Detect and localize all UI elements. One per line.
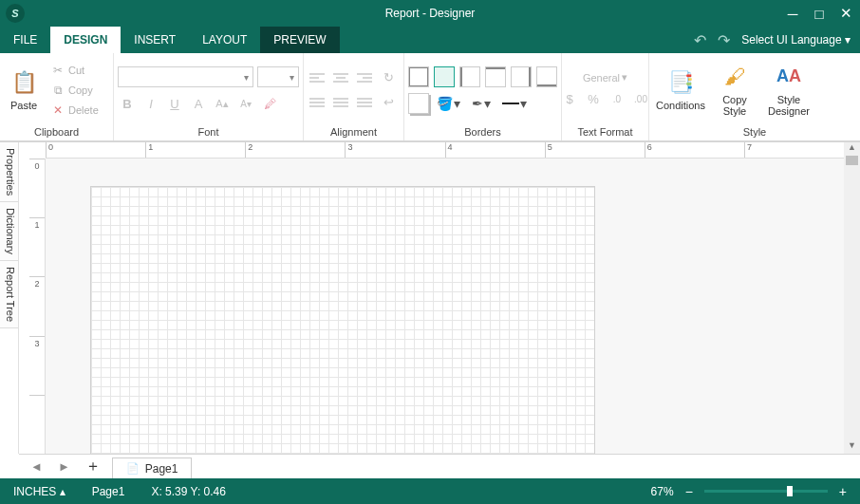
alignment-group-label: Alignment bbox=[308, 124, 400, 140]
side-tab-report-tree[interactable]: Report Tree bbox=[0, 261, 18, 328]
style-designer-button[interactable]: AA Style Designer bbox=[761, 57, 816, 123]
redo-button[interactable]: ↷ bbox=[718, 31, 730, 49]
horizontal-ruler: 01234567 bbox=[46, 142, 844, 159]
italic-button[interactable]: I bbox=[141, 94, 160, 113]
side-tab-dictionary[interactable]: Dictionary bbox=[0, 202, 18, 261]
undo-button[interactable]: ↶ bbox=[694, 31, 706, 49]
textformat-group-label: Text Format bbox=[566, 124, 645, 140]
side-tab-properties[interactable]: Properties bbox=[0, 142, 18, 202]
shrink-font-button[interactable]: A▾ bbox=[236, 94, 255, 113]
percent-button[interactable]: % bbox=[584, 89, 603, 108]
border-top-button[interactable] bbox=[485, 66, 506, 87]
conditions-icon: 📑 bbox=[666, 68, 695, 97]
status-coords: X: 5.39 Y: 0.46 bbox=[138, 485, 239, 498]
scroll-down-icon[interactable]: ▼ bbox=[844, 440, 860, 454]
conditions-button[interactable]: 📑 Conditions bbox=[653, 57, 708, 123]
clear-format-button[interactable]: 🖉 bbox=[260, 94, 279, 113]
line-icon bbox=[502, 103, 519, 104]
paste-button[interactable]: 📋 Paste bbox=[4, 57, 44, 123]
brush-icon: 🖌 bbox=[720, 63, 749, 91]
vertical-scrollbar[interactable]: ▲ ▼ bbox=[844, 142, 860, 454]
report-page[interactable] bbox=[91, 187, 594, 454]
close-button[interactable]: ✕ bbox=[837, 5, 854, 22]
tab-preview[interactable]: PREVIEW bbox=[260, 27, 339, 53]
align-bottom-button[interactable] bbox=[355, 94, 374, 110]
font-color-button[interactable]: A bbox=[189, 94, 208, 113]
border-left-button[interactable] bbox=[459, 66, 480, 87]
next-page-button[interactable]: ► bbox=[54, 459, 74, 474]
tab-layout[interactable]: LAYOUT bbox=[189, 27, 260, 53]
underline-button[interactable]: U bbox=[165, 94, 184, 113]
copy-style-button[interactable]: 🖌 Copy Style bbox=[712, 57, 757, 123]
wrap-text-button[interactable]: ↩ bbox=[379, 93, 398, 112]
align-left-button[interactable] bbox=[308, 69, 327, 85]
align-center-button[interactable] bbox=[331, 69, 350, 85]
window-title: Report - Designer bbox=[0, 7, 860, 20]
clipboard-icon: 📋 bbox=[9, 68, 38, 97]
rotate-text-button[interactable]: ↻ bbox=[379, 68, 398, 87]
copy-icon: ⧉ bbox=[51, 84, 65, 97]
copy-button[interactable]: ⧉Copy bbox=[47, 81, 103, 100]
tab-design[interactable]: DESIGN bbox=[50, 27, 121, 53]
increase-decimal-button[interactable]: .00 bbox=[631, 89, 650, 108]
bucket-icon: 🪣 bbox=[437, 96, 453, 111]
grow-font-button[interactable]: A▴ bbox=[213, 94, 232, 113]
border-shadow-button[interactable] bbox=[408, 93, 429, 114]
align-right-button[interactable] bbox=[355, 69, 374, 85]
minimize-button[interactable]: ─ bbox=[784, 6, 801, 22]
scroll-thumb[interactable] bbox=[846, 156, 858, 165]
decrease-decimal-button[interactable]: .0 bbox=[608, 89, 626, 108]
borders-group-label: Borders bbox=[408, 124, 557, 140]
number-format-combo[interactable]: General ▾ bbox=[583, 71, 627, 84]
clipboard-group-label: Clipboard bbox=[4, 124, 109, 140]
border-style-button[interactable]: ▾ bbox=[500, 93, 529, 114]
scissors-icon: ✂ bbox=[51, 64, 65, 77]
currency-button[interactable]: $ bbox=[560, 89, 579, 108]
border-right-button[interactable] bbox=[511, 66, 532, 87]
delete-button[interactable]: ✕Delete bbox=[47, 101, 103, 120]
font-family-combo[interactable]: ▾ bbox=[118, 66, 253, 87]
status-page: Page1 bbox=[79, 485, 139, 498]
border-all-button[interactable] bbox=[408, 66, 429, 87]
add-page-button[interactable]: ＋ bbox=[82, 457, 104, 476]
language-selector[interactable]: Select UI Language ▾ bbox=[741, 33, 851, 47]
prev-page-button[interactable]: ◄ bbox=[27, 459, 47, 474]
align-top-button[interactable] bbox=[308, 94, 327, 110]
font-group-label: Font bbox=[118, 124, 299, 140]
vertical-ruler: 0123 bbox=[29, 159, 46, 454]
style-designer-icon: AA bbox=[775, 63, 803, 91]
zoom-in-button[interactable]: + bbox=[835, 484, 851, 499]
tab-insert[interactable]: INSERT bbox=[121, 27, 189, 53]
units-selector[interactable]: INCHES ▴ bbox=[0, 485, 79, 498]
border-bottom-button[interactable] bbox=[536, 66, 557, 87]
delete-icon: ✕ bbox=[51, 103, 65, 117]
fill-color-button[interactable]: 🪣▾ bbox=[434, 93, 462, 114]
font-size-combo[interactable]: ▾ bbox=[257, 66, 299, 87]
pen-icon: ✒ bbox=[472, 96, 483, 111]
cut-button[interactable]: ✂Cut bbox=[47, 61, 103, 80]
border-color-button[interactable]: ✒▾ bbox=[467, 93, 495, 114]
style-group-label: Style bbox=[653, 124, 856, 140]
page-tab-1[interactable]: Page1 bbox=[112, 457, 193, 479]
align-middle-button[interactable] bbox=[331, 94, 350, 110]
zoom-out-button[interactable]: − bbox=[682, 484, 697, 499]
zoom-value: 67% bbox=[651, 485, 674, 498]
maximize-button[interactable]: □ bbox=[811, 6, 828, 22]
design-canvas[interactable] bbox=[46, 159, 844, 454]
zoom-slider-thumb[interactable] bbox=[787, 486, 793, 496]
bold-button[interactable]: B bbox=[118, 94, 137, 113]
scroll-up-icon[interactable]: ▲ bbox=[844, 142, 860, 156]
zoom-slider[interactable] bbox=[704, 490, 828, 493]
border-none-button[interactable] bbox=[434, 66, 455, 87]
tab-file[interactable]: FILE bbox=[0, 27, 50, 53]
